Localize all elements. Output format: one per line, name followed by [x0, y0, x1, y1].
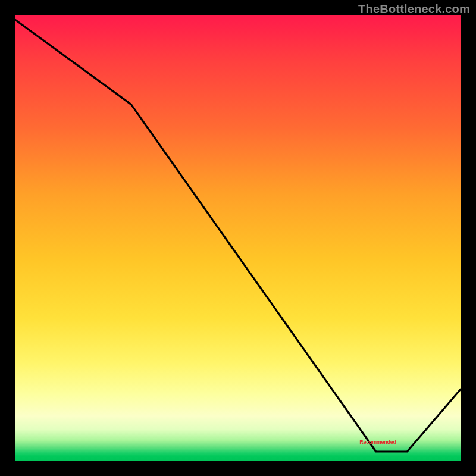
watermark-text: TheBottleneck.com — [358, 2, 470, 16]
recommended-label: Recommended — [359, 439, 396, 445]
line-series — [15, 15, 461, 461]
chart-frame: TheBottleneck.com Recommended — [0, 0, 476, 476]
plot-area: Recommended — [15, 15, 461, 461]
bottleneck-curve-path — [15, 20, 461, 452]
